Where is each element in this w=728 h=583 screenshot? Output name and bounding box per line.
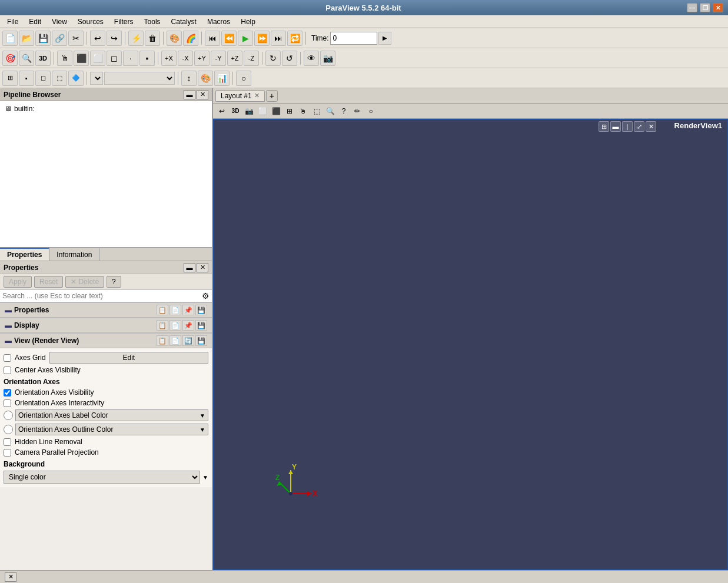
- rt-annotation-btn[interactable]: ○: [364, 105, 377, 117]
- layout-tab-close[interactable]: ✕: [254, 92, 260, 99]
- delete-btn[interactable]: 🗑: [145, 31, 160, 46]
- center-axes-checkbox[interactable]: [4, 367, 11, 374]
- edit-colormap-btn[interactable]: 🎨: [198, 71, 213, 86]
- display-section-buttons[interactable]: 📋 📄 📌 💾: [157, 320, 207, 331]
- rv-close-btn[interactable]: ✕: [646, 121, 656, 132]
- properties-section-buttons[interactable]: 📋 📄 📌 💾: [157, 305, 207, 315]
- rt-interact-btn[interactable]: 🖱: [297, 105, 310, 117]
- surface-btn[interactable]: ▪: [19, 71, 34, 86]
- menu-edit[interactable]: Edit: [24, 16, 46, 27]
- color-map-btn[interactable]: 🌈: [183, 31, 198, 46]
- delete-button[interactable]: ✕ Delete: [65, 276, 104, 288]
- settings-btn[interactable]: 🎨: [167, 31, 182, 46]
- wireframe-btn[interactable]: ◻: [35, 71, 51, 86]
- menu-tools[interactable]: Tools: [139, 16, 165, 27]
- props-copy-btn[interactable]: 📄: [169, 305, 181, 315]
- rt-zoom-btn[interactable]: 🔍: [324, 105, 337, 117]
- display-copy-btn[interactable]: 📄: [169, 320, 181, 331]
- menu-macros[interactable]: Macros: [202, 16, 235, 27]
- menu-filters[interactable]: Filters: [109, 16, 138, 27]
- tab-information[interactable]: Information: [49, 248, 99, 261]
- view-section-buttons[interactable]: 📋 📄 🔄 💾: [157, 335, 207, 346]
- time-input[interactable]: [330, 32, 377, 45]
- create-filter-btn[interactable]: ⚡: [128, 31, 144, 46]
- rt-3d-btn[interactable]: 3D: [229, 105, 242, 117]
- props-save-btn[interactable]: 💾: [195, 305, 207, 315]
- display-paste-btn[interactable]: 📌: [182, 320, 194, 331]
- representation-select[interactable]: [90, 72, 103, 85]
- redo-btn[interactable]: ↪: [107, 31, 122, 46]
- pipeline-minimize-btn[interactable]: ▬: [184, 90, 195, 99]
- props-minimize-btn[interactable]: ▬: [184, 263, 195, 272]
- rt-split-v-btn[interactable]: ⬛: [270, 105, 282, 117]
- background-type-select[interactable]: Single color: [4, 471, 200, 484]
- orientation-outline-color-dropdown[interactable]: Orientation Axes Outline Color ▼: [15, 424, 208, 435]
- play-btn[interactable]: ▶: [238, 31, 253, 46]
- camera-parallel-checkbox[interactable]: [4, 449, 11, 457]
- search-settings-btn[interactable]: ⚙: [202, 291, 210, 301]
- toggle-legend-btn[interactable]: 📊: [214, 71, 230, 86]
- rt-query-btn[interactable]: ✏: [351, 105, 364, 117]
- rv-maximize-btn[interactable]: ⤢: [634, 121, 644, 132]
- add-layout-btn[interactable]: +: [266, 90, 278, 102]
- display-save-btn[interactable]: 💾: [195, 320, 207, 331]
- rotate-90-btn[interactable]: ↻: [265, 51, 281, 66]
- menu-view[interactable]: View: [47, 16, 72, 27]
- open-file-btn[interactable]: 📂: [19, 31, 34, 46]
- pipeline-close-btn[interactable]: ✕: [197, 90, 208, 99]
- rt-pick-btn[interactable]: ?: [337, 105, 350, 117]
- properties-tabs[interactable]: Properties Information: [0, 248, 212, 261]
- y-pos-btn[interactable]: +Y: [194, 51, 210, 66]
- rt-split-h-btn[interactable]: ⬜: [256, 105, 269, 117]
- rv-split-v-btn[interactable]: |: [622, 121, 633, 132]
- menu-help[interactable]: Help: [236, 16, 260, 27]
- connect-btn[interactable]: 🔗: [52, 31, 67, 46]
- variable-select[interactable]: [104, 72, 175, 85]
- rescale-btn[interactable]: ↕: [181, 71, 197, 86]
- y-neg-btn[interactable]: -Y: [211, 51, 226, 66]
- show-all-btn[interactable]: 👁: [304, 51, 319, 66]
- rt-snapshot-btn[interactable]: 📷: [242, 105, 255, 117]
- opacity-btn[interactable]: ○: [236, 71, 251, 86]
- prev-frame-btn[interactable]: ⏪: [221, 31, 237, 46]
- save-btn[interactable]: 💾: [35, 31, 51, 46]
- volume-btn[interactable]: 🔷: [68, 71, 84, 86]
- axes-grid-checkbox[interactable]: [4, 354, 11, 362]
- view-copy-active-btn[interactable]: 📋: [157, 335, 168, 346]
- surface-w-btn[interactable]: ⬚: [52, 71, 67, 86]
- new-file-btn[interactable]: 📄: [2, 31, 18, 46]
- rotate-neg90-btn[interactable]: ↺: [282, 51, 297, 66]
- screenshot-btn[interactable]: 📷: [320, 51, 335, 66]
- apply-button[interactable]: Apply: [4, 276, 32, 288]
- rt-select-btn[interactable]: ⬚: [310, 105, 323, 117]
- time-max-btn[interactable]: ▶: [378, 32, 391, 45]
- orientation-axes-interactivity-checkbox[interactable]: [4, 399, 11, 407]
- select-block-btn[interactable]: ▪: [139, 51, 155, 66]
- orientation-label-color-dropdown[interactable]: Orientation Axes Label Color ▼: [15, 409, 208, 421]
- last-frame-btn[interactable]: ⏭: [271, 31, 286, 46]
- interact-btn[interactable]: 🖱: [57, 51, 72, 66]
- 3d-toggle-btn[interactable]: 3D: [35, 51, 51, 66]
- help-button[interactable]: ?: [107, 276, 121, 288]
- axes-grid-edit-btn[interactable]: Edit: [49, 352, 208, 364]
- restore-button[interactable]: ❐: [700, 3, 710, 12]
- props-header-buttons[interactable]: ▬ ✕: [184, 263, 208, 272]
- tab-properties[interactable]: Properties: [0, 248, 49, 261]
- select-poly-btn[interactable]: ◻: [107, 51, 122, 66]
- menu-file[interactable]: File: [2, 16, 23, 27]
- pipeline-header-buttons[interactable]: ▬ ✕: [184, 90, 208, 99]
- x-pos-btn[interactable]: +X: [161, 51, 177, 66]
- reset-camera-btn[interactable]: 🎯: [2, 51, 18, 66]
- select-point-btn[interactable]: ·: [123, 51, 138, 66]
- view-paste-btn[interactable]: 🔄: [182, 335, 194, 346]
- view-copy-btn[interactable]: 📄: [169, 335, 181, 346]
- next-frame-btn[interactable]: ⏩: [254, 31, 270, 46]
- props-paste-btn[interactable]: 📌: [182, 305, 194, 315]
- render-view-container[interactable]: RenderView1 ⊞ ▬ | ⤢ ✕ Z Y: [213, 119, 728, 570]
- status-close-btn[interactable]: ✕: [5, 572, 16, 582]
- menu-sources[interactable]: Sources: [73, 16, 108, 27]
- zoom-to-data-btn[interactable]: 🔍: [19, 51, 34, 66]
- props-copy-active-btn[interactable]: 📋: [157, 305, 168, 315]
- rv-split-h-btn[interactable]: ▬: [610, 121, 621, 132]
- close-window-button[interactable]: ✕: [713, 3, 723, 12]
